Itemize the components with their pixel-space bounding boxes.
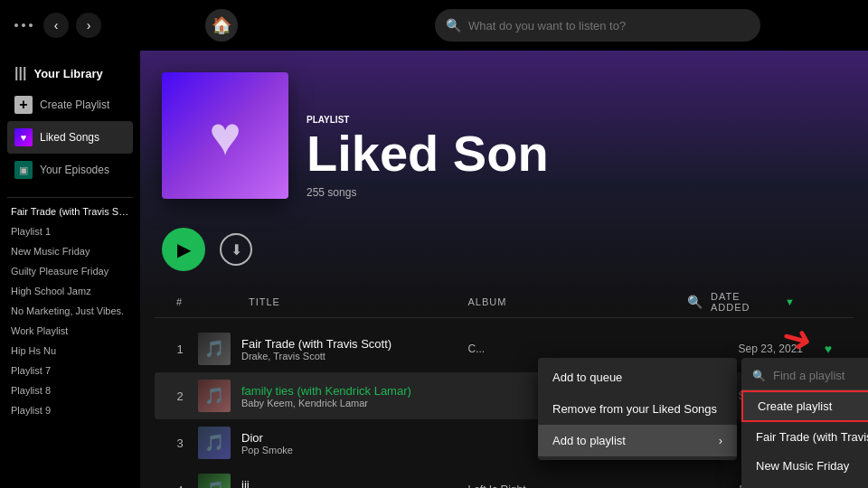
window-dots bbox=[14, 23, 33, 27]
create-playlist-button[interactable]: + Create Playlist bbox=[7, 89, 133, 121]
track-album: C... bbox=[468, 343, 703, 355]
search-icon: 🔍 bbox=[446, 18, 461, 33]
sort-arrow-icon[interactable]: ▼ bbox=[785, 296, 796, 307]
sidebar-playlist-guilty[interactable]: Guilty Pleasure Friday bbox=[0, 261, 140, 281]
submenu-search-icon: 🔍 bbox=[752, 370, 766, 382]
sidebar-playlist-no-marketing[interactable]: No Marketing, Just Vibes. bbox=[0, 301, 140, 321]
context-menu: Add to queue Remove from your Liked Song… bbox=[538, 358, 737, 460]
track-thumbnail: 🎵 bbox=[198, 333, 231, 365]
search-input[interactable] bbox=[468, 19, 750, 33]
playlist-submenu: 🔍 Create playlist Fair Trade (with Travi… bbox=[741, 358, 868, 488]
sidebar-divider bbox=[7, 197, 133, 198]
sidebar-item-liked-songs[interactable]: ♥ Liked Songs bbox=[7, 121, 133, 154]
date-added-label[interactable]: DATE ADDED bbox=[711, 291, 778, 313]
sidebar-playlist-8[interactable]: Playlist 7 bbox=[0, 361, 140, 380]
date-added-icon[interactable]: 🔍 bbox=[687, 295, 703, 309]
home-button[interactable]: 🏠 bbox=[205, 9, 238, 42]
library-icon: ||| bbox=[14, 65, 26, 81]
context-remove-label: Remove from your Liked Songs bbox=[552, 402, 717, 416]
track-thumbnail: 🎵 bbox=[198, 427, 231, 459]
forward-button[interactable]: › bbox=[76, 13, 101, 38]
submenu-search-input[interactable] bbox=[773, 369, 868, 382]
submenu-playlist-2[interactable]: Guilty Pleasure Friday 🔔 bbox=[741, 480, 868, 488]
your-episodes-label: Your Episodes bbox=[40, 164, 109, 176]
download-button[interactable]: ⬇ bbox=[220, 233, 252, 266]
sidebar-item-your-episodes[interactable]: ▣ Your Episodes bbox=[7, 154, 133, 186]
track-name: Fair Trade (with Travis Scott) bbox=[241, 337, 468, 351]
sidebar-playlist-new-music[interactable]: New Music Friday bbox=[0, 241, 140, 261]
sidebar-playlist-work[interactable]: Work Playlist bbox=[0, 321, 140, 341]
track-name: iii bbox=[241, 478, 468, 489]
play-icon: ▶ bbox=[177, 239, 191, 260]
top-navigation: ‹ › 🏠 🔍 bbox=[0, 0, 868, 51]
episodes-icon: ▣ bbox=[14, 161, 33, 179]
track-number: 4 bbox=[162, 483, 198, 489]
track-number: 3 bbox=[162, 436, 198, 450]
track-info: Dior Pop Smoke bbox=[234, 431, 468, 455]
cover-heart-icon: ♥ bbox=[209, 105, 241, 167]
search-bar[interactable]: 🔍 bbox=[435, 9, 760, 42]
nav-arrows: ‹ › bbox=[43, 13, 101, 38]
track-artist: Pop Smoke bbox=[241, 445, 468, 455]
sidebar-top: ||| Your Library + Create Playlist ♥ Lik… bbox=[0, 58, 140, 193]
track-artist: Drake, Travis Scott bbox=[241, 351, 468, 361]
context-add-queue-label: Add to queue bbox=[552, 371, 622, 384]
track-thumbnail: 🎵 bbox=[198, 474, 231, 488]
track-number: 2 bbox=[162, 389, 198, 403]
main-layout: ||| Your Library + Create Playlist ♥ Lik… bbox=[0, 51, 868, 488]
track-info: iii TroyBoi bbox=[234, 478, 468, 489]
sidebar-playlist-high-school[interactable]: High School Jamz bbox=[0, 281, 140, 301]
col-num: # bbox=[176, 296, 212, 307]
download-icon: ⬇ bbox=[231, 241, 242, 258]
back-button[interactable]: ‹ bbox=[43, 13, 69, 38]
track-info: Fair Trade (with Travis Scott) Drake, Tr… bbox=[234, 337, 468, 361]
home-icon: 🏠 bbox=[212, 15, 231, 35]
sidebar-playlist-fair-trade[interactable]: Fair Trade (with Travis Scott) bbox=[0, 202, 140, 221]
create-playlist-label: Create playlist bbox=[758, 399, 832, 413]
sidebar-playlist-1[interactable]: Playlist 1 bbox=[0, 221, 140, 241]
submenu-pl-label: New Music Friday bbox=[756, 459, 849, 473]
playlist-meta: 255 songs bbox=[307, 186, 846, 199]
submenu-search-bar[interactable]: 🔍 bbox=[741, 361, 868, 390]
playlist-type-label: PLAYLIST bbox=[307, 115, 846, 125]
col-album: ALBUM bbox=[468, 296, 688, 307]
context-add-to-playlist[interactable]: Add to playlist › bbox=[538, 425, 737, 456]
sidebar-playlist-hip[interactable]: Hip Hs Nu bbox=[0, 341, 140, 361]
context-add-playlist-label: Add to playlist bbox=[552, 434, 626, 447]
submenu-playlist-0[interactable]: Fair Trade (with Travis Scott) 🔔 bbox=[741, 422, 868, 451]
track-info: family ties (with Kendrick Lamar) Baby K… bbox=[234, 384, 468, 408]
track-number: 1 bbox=[162, 343, 198, 356]
heart-icon: ♥ bbox=[14, 128, 33, 146]
col-title: TITLE bbox=[249, 296, 468, 307]
play-button[interactable]: ▶ bbox=[162, 228, 205, 271]
sidebar: ||| Your Library + Create Playlist ♥ Lik… bbox=[0, 51, 140, 488]
playlist-cover: ♥ bbox=[162, 72, 288, 199]
submenu-pl-label: Fair Trade (with Travis Scott) bbox=[756, 430, 868, 444]
playlist-title: Liked Son bbox=[307, 128, 846, 179]
track-thumbnail: 🎵 bbox=[198, 380, 231, 412]
track-album: Left Is Right bbox=[468, 483, 703, 488]
track-name: Dior bbox=[241, 431, 468, 445]
playlist-header: ♥ PLAYLIST Liked Son 255 songs bbox=[140, 51, 868, 213]
submenu-create-playlist[interactable]: Create playlist bbox=[741, 390, 868, 422]
playlist-controls: ▶ ⬇ bbox=[140, 213, 868, 286]
liked-songs-label: Liked Songs bbox=[40, 131, 99, 144]
context-remove-liked[interactable]: Remove from your Liked Songs bbox=[538, 393, 737, 425]
your-library-label: Your Library bbox=[33, 67, 102, 80]
track-table-header: # TITLE ALBUM 🔍 DATE ADDED ▼ bbox=[155, 286, 854, 318]
track-artist: Baby Keem, Kendrick Lamar bbox=[241, 398, 468, 408]
sidebar-playlist-9[interactable]: Playlist 8 bbox=[0, 380, 140, 400]
track-name: family ties (with Kendrick Lamar) bbox=[241, 384, 468, 398]
main-content: ♥ PLAYLIST Liked Son 255 songs ▶ ⬇ # TIT… bbox=[140, 51, 868, 488]
playlist-info: PLAYLIST Liked Son 255 songs bbox=[307, 115, 846, 199]
create-playlist-label: Create Playlist bbox=[40, 99, 109, 111]
track-like-icon[interactable]: ♥ bbox=[810, 342, 846, 356]
submenu-arrow-icon: › bbox=[719, 434, 722, 447]
submenu-playlist-1[interactable]: New Music Friday 🔔 bbox=[741, 451, 868, 480]
sidebar-playlist-10[interactable]: Playlist 9 bbox=[0, 400, 140, 420]
context-add-to-queue[interactable]: Add to queue bbox=[538, 361, 737, 393]
plus-icon: + bbox=[14, 96, 33, 114]
your-library-header: ||| Your Library bbox=[7, 58, 133, 89]
